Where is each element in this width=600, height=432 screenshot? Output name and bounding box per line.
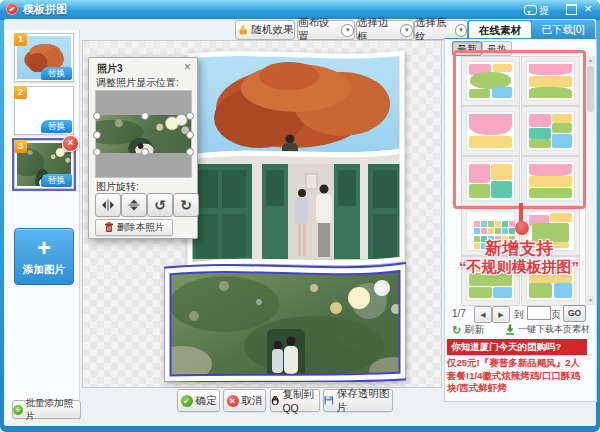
rotate-cw-icon: ↻ bbox=[180, 198, 192, 212]
promo-connector bbox=[519, 203, 523, 223]
select-texture-button[interactable]: 选择底纹 ▾ bbox=[414, 20, 468, 40]
flip-vertical-icon bbox=[127, 199, 141, 211]
batch-add-button[interactable]: + 批量添加照片 bbox=[12, 400, 81, 419]
scroll-down-icon[interactable]: ▼ bbox=[586, 296, 595, 305]
photo-thumbnail-3[interactable]: 3 × 替换 bbox=[14, 140, 74, 189]
dialog-title: 照片3 bbox=[97, 62, 123, 76]
delete-photo-icon bbox=[104, 222, 114, 233]
prev-page-icon: ◀ bbox=[480, 311, 485, 318]
rotate-ccw-button[interactable]: ↺ bbox=[147, 193, 173, 217]
resize-handle[interactable] bbox=[93, 148, 101, 156]
photo-number-badge: 3 bbox=[14, 140, 27, 153]
confirm-button[interactable]: ✓ 确定 bbox=[177, 389, 220, 412]
flip-horizontal-button[interactable] bbox=[95, 193, 121, 217]
cancel-label: 取消 bbox=[242, 394, 263, 408]
resize-handle[interactable] bbox=[186, 148, 194, 156]
download-all-button[interactable]: 一键下载本页素材 bbox=[505, 323, 590, 336]
select-border-button[interactable]: 选择边框 ▾ bbox=[356, 20, 414, 40]
feedback-icon bbox=[524, 5, 537, 15]
replace-button[interactable]: 替换 bbox=[41, 174, 72, 187]
add-image-label: 添加图片 bbox=[23, 263, 65, 277]
app-window: 模板拼图 提意见 × 随机效果 画布设置 ▾ 选择边框 ▾ 选择底纹 ▾ 1 替 bbox=[0, 0, 600, 432]
resize-handle[interactable] bbox=[93, 112, 101, 120]
random-effect-button[interactable]: 随机效果 bbox=[235, 20, 295, 40]
page-indicator: 1/7 bbox=[452, 308, 466, 319]
close-icon[interactable]: × bbox=[581, 2, 595, 16]
refresh-label: 刷新 bbox=[464, 323, 484, 337]
window-title: 模板拼图 bbox=[23, 0, 67, 19]
refresh-button[interactable]: ↻ 刷新 bbox=[452, 323, 484, 337]
scroll-thumb[interactable] bbox=[587, 66, 594, 112]
tab-online-material[interactable]: 在线素材 bbox=[468, 20, 532, 39]
flip-vertical-button[interactable] bbox=[121, 193, 147, 217]
delete-photo-label: 删除本照片 bbox=[117, 221, 165, 234]
material-tabs: 在线素材 已下载[0] bbox=[467, 20, 595, 38]
photo-settings-dialog: 照片3 × 调整照片显示位置: 图片旋转: bbox=[88, 57, 198, 239]
refresh-icon: ↻ bbox=[452, 324, 461, 337]
photo-thumbnail-2[interactable]: 2 替换 bbox=[14, 86, 74, 135]
goto-label: 到 bbox=[514, 308, 524, 322]
chevron-down-icon: ▾ bbox=[341, 24, 354, 37]
photo-number-badge: 2 bbox=[14, 86, 27, 99]
page-unit-label: 页 bbox=[551, 308, 561, 322]
chevron-down-icon: ▾ bbox=[400, 24, 413, 37]
flip-horizontal-icon bbox=[101, 199, 115, 211]
next-page-icon: ▶ bbox=[498, 311, 503, 318]
goto-page-input[interactable] bbox=[527, 306, 551, 320]
chevron-down-icon: ▾ bbox=[455, 24, 467, 37]
batch-add-label: 批量添加照片 bbox=[26, 397, 80, 423]
feedback-button[interactable]: 提意见 bbox=[524, 5, 537, 15]
save-transparent-button[interactable]: 保存透明图片 bbox=[323, 389, 393, 412]
photo-thumbnail-1[interactable]: 1 替换 bbox=[14, 33, 74, 82]
tab-downloaded[interactable]: 已下载[0] bbox=[531, 20, 595, 38]
ad-body[interactable]: 仅25元!『赛普多新品飓风』2人套餐!1/4徽式炫辣烤鸡/口口酥鸡块/西式鲜虾烤 bbox=[447, 357, 587, 395]
next-page-button[interactable]: ▶ bbox=[492, 306, 510, 323]
position-preview bbox=[95, 90, 192, 178]
copy-qq-label: 复制到QQ bbox=[282, 388, 319, 414]
resize-handle[interactable] bbox=[93, 131, 101, 139]
go-button[interactable]: GO bbox=[563, 305, 586, 322]
position-label: 调整照片显示位置: bbox=[96, 76, 179, 90]
cancel-icon: × bbox=[227, 395, 239, 407]
promo-line-2: “不规则模板拼图” bbox=[440, 258, 598, 277]
ad-banner[interactable]: 你知道厦门今天的团购吗? bbox=[447, 339, 587, 355]
batch-add-icon: + bbox=[13, 405, 23, 415]
delete-photo-button[interactable]: 删除本照片 bbox=[95, 219, 173, 236]
replace-button[interactable]: 替换 bbox=[41, 120, 72, 133]
confirm-label: 确定 bbox=[196, 394, 217, 408]
rotate-cw-button[interactable]: ↻ bbox=[173, 193, 199, 217]
rotate-ccw-icon: ↺ bbox=[154, 198, 166, 212]
copy-qq-button[interactable]: 复制到QQ bbox=[270, 389, 320, 412]
qq-icon bbox=[271, 394, 279, 407]
download-icon bbox=[505, 324, 515, 335]
save-transparent-label: 保存透明图片 bbox=[337, 387, 392, 415]
check-icon: ✓ bbox=[181, 395, 193, 407]
resize-handle[interactable] bbox=[141, 112, 149, 120]
promo-highlight-box bbox=[453, 50, 586, 209]
random-effect-label: 随机效果 bbox=[252, 23, 294, 37]
add-image-button[interactable]: + 添加图片 bbox=[14, 228, 74, 285]
resize-handle[interactable] bbox=[186, 131, 194, 139]
collage bbox=[164, 46, 406, 382]
scroll-up-icon[interactable]: ▲ bbox=[586, 56, 595, 65]
promo-dot bbox=[515, 221, 529, 235]
resize-handle[interactable] bbox=[186, 112, 194, 120]
remove-icon[interactable]: × bbox=[62, 135, 79, 152]
replace-button[interactable]: 替换 bbox=[41, 67, 72, 80]
promo-line-1: 新增支持 bbox=[440, 237, 598, 260]
photo-list-sidebar: 1 替换 2 替换 3 × 替换 + 添加图片 + 批量添加照片 bbox=[5, 30, 80, 420]
rotate-label: 图片旋转: bbox=[96, 180, 139, 194]
canvas-settings-button[interactable]: 画布设置 ▾ bbox=[297, 20, 355, 40]
resize-handle[interactable] bbox=[141, 148, 149, 156]
random-icon bbox=[237, 24, 249, 36]
prev-page-button[interactable]: ◀ bbox=[474, 306, 492, 323]
photo-crop-region[interactable] bbox=[96, 115, 191, 153]
logo-icon bbox=[6, 3, 18, 15]
plus-icon: + bbox=[37, 237, 51, 259]
cancel-button[interactable]: × 取消 bbox=[223, 389, 266, 412]
close-icon[interactable]: × bbox=[184, 60, 191, 74]
restore-icon[interactable] bbox=[566, 4, 577, 15]
download-all-label: 一键下载本页素材 bbox=[518, 323, 590, 336]
photo-number-badge: 1 bbox=[14, 33, 27, 46]
save-icon bbox=[324, 395, 334, 406]
